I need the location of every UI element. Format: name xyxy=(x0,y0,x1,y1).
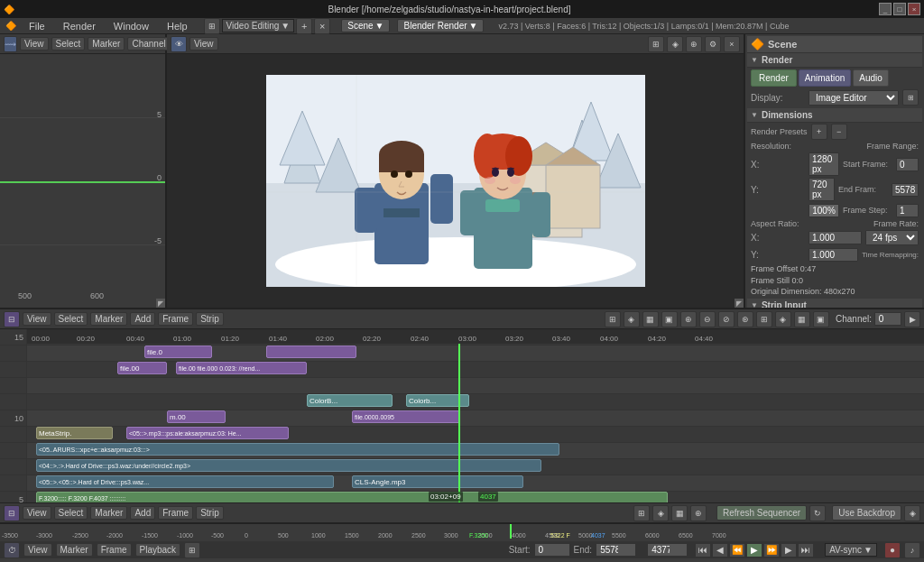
seq-icon6[interactable]: ⊖ xyxy=(699,311,716,327)
strip-colorb1[interactable]: ColorB... xyxy=(307,394,393,407)
sync-mode-selector[interactable]: AV-sync ▼ xyxy=(825,543,877,557)
workspace-add[interactable]: + xyxy=(296,18,312,34)
audio-icon[interactable]: ♪ xyxy=(904,542,920,558)
channel-input[interactable] xyxy=(874,312,901,326)
preview-corner-resize[interactable]: ◤ xyxy=(735,299,744,308)
menu-window[interactable]: Window xyxy=(108,19,154,33)
strip-meta[interactable]: MetaStrip. xyxy=(36,427,113,439)
seq-icon11[interactable]: ▦ xyxy=(794,311,810,327)
bt-icon4[interactable]: ⊕ xyxy=(690,505,707,521)
preview-view-menu[interactable]: View xyxy=(189,37,218,51)
seq-select-menu[interactable]: Select xyxy=(54,312,88,326)
display-icon[interactable]: ⊞ xyxy=(902,89,919,106)
seq-icon3[interactable]: ▦ xyxy=(642,311,659,327)
current-frame-field[interactable] xyxy=(647,543,688,557)
bt-marker[interactable]: Marker xyxy=(90,506,127,520)
res-x-value[interactable]: 1280 px xyxy=(808,152,839,176)
prev-frame-button[interactable]: ◀ xyxy=(712,543,728,557)
dimensions-header[interactable]: ▼ Dimensions xyxy=(747,108,922,123)
workspace-remove[interactable]: × xyxy=(314,18,330,34)
seq-view-menu[interactable]: View xyxy=(23,312,51,326)
strip-1[interactable]: file.0 xyxy=(144,345,212,358)
seq-icon10[interactable]: ◈ xyxy=(775,311,791,327)
res-pct-value[interactable]: 100% xyxy=(808,204,839,217)
next-frame-button[interactable]: ▶ xyxy=(781,543,797,557)
strip-input-header[interactable]: ▼ Strip Input xyxy=(747,299,922,308)
seq-strip-menu[interactable]: Strip xyxy=(196,312,224,326)
strip-audio3[interactable]: <05::>.<05::>.Hard of Drive:::ps3.waz... xyxy=(36,475,334,488)
seq-right-icon[interactable]: ▶ xyxy=(904,311,920,327)
seq-marker-menu[interactable]: Marker xyxy=(90,312,127,326)
aspect-y-value[interactable]: 1.000 xyxy=(808,248,858,262)
go-end-button[interactable]: ⏭ xyxy=(798,543,814,557)
go-start-button[interactable]: ⏮ xyxy=(695,543,711,557)
bt-icon3[interactable]: ▦ xyxy=(671,505,688,521)
close-button[interactable]: × xyxy=(908,3,920,15)
strip-long1[interactable]: <05::>.mp3:::ps:ale:aksarpmuz:03: He... xyxy=(126,427,289,439)
pb-marker-menu[interactable]: Marker xyxy=(56,543,93,557)
strip-2[interactable] xyxy=(266,345,356,358)
start-field[interactable] xyxy=(534,543,570,557)
fcurve-view-menu[interactable]: View xyxy=(20,37,49,51)
strip-4[interactable]: file.00 file.000 0.023: //rend... xyxy=(176,362,307,374)
maximize-button[interactable]: □ xyxy=(893,3,906,15)
workspace-selector[interactable]: Video Editing ▼ xyxy=(222,19,295,32)
pb-frame-menu[interactable]: Frame xyxy=(97,543,132,557)
play-button[interactable]: ▶ xyxy=(746,543,762,557)
fcurve-select-menu[interactable]: Select xyxy=(51,37,86,51)
render-section-header[interactable]: ▼ Render xyxy=(747,53,922,68)
frame-rate-select[interactable]: 24 fps xyxy=(865,230,919,245)
bt-frame[interactable]: Frame xyxy=(158,506,193,520)
refresh-icon[interactable]: ↻ xyxy=(809,505,826,521)
preview-zoom[interactable]: ⊕ xyxy=(686,36,702,52)
start-frame-value[interactable]: 0 xyxy=(896,158,919,171)
menu-file[interactable]: File xyxy=(23,19,51,33)
seq-icon2[interactable]: ◈ xyxy=(624,311,640,327)
seq-icon7[interactable]: ⊘ xyxy=(718,311,735,327)
res-y-value[interactable]: 720 px xyxy=(808,178,835,201)
strip-3[interactable]: file.00 xyxy=(117,362,167,374)
seq-icon8[interactable]: ⊛ xyxy=(737,311,753,327)
preview-close[interactable]: × xyxy=(724,36,740,52)
rp-add[interactable]: + xyxy=(811,124,827,140)
display-select[interactable]: Image Editor xyxy=(808,90,899,106)
bt-strip[interactable]: Strip xyxy=(196,506,224,520)
menu-render[interactable]: Render xyxy=(58,19,101,33)
fcurve-marker-menu[interactable]: Marker xyxy=(88,37,125,51)
timeline-ruler[interactable]: -3500 -3000 -2500 -2000 -1500 -1000 -500… xyxy=(0,524,924,541)
bt-select[interactable]: Select xyxy=(54,506,88,520)
prev-key-button[interactable]: ⏪ xyxy=(729,543,745,557)
strip-audio1[interactable]: <05..ARURS:::xpc+e::aksarpmuz:03:::> xyxy=(36,443,559,456)
strip-audio2[interactable]: <04::>.:>.Hard of Drive:::ps3.waz:/under… xyxy=(36,459,541,472)
pb-icon1[interactable]: ⊞ xyxy=(184,542,200,558)
record-button[interactable]: ● xyxy=(884,542,901,558)
corner-resize[interactable]: ◤ xyxy=(156,299,165,308)
next-key-button[interactable]: ⏩ xyxy=(763,543,780,557)
seq-icon9[interactable]: ⊞ xyxy=(756,311,772,327)
refresh-sequencer-button[interactable]: Refresh Sequencer xyxy=(716,505,807,521)
bt-view[interactable]: View xyxy=(23,506,51,520)
seq-tracks[interactable]: 00:00 00:20 00:40 01:00 01:20 01:40 02:0… xyxy=(27,329,924,502)
engine-selector[interactable]: Blender Render ▼ xyxy=(397,19,484,32)
seq-icon1[interactable]: ⊞ xyxy=(605,311,621,327)
render-button[interactable]: Render xyxy=(751,69,797,87)
menu-help[interactable]: Help xyxy=(162,19,193,33)
fcurve-channel-menu[interactable]: Channel xyxy=(127,37,170,51)
pb-view-menu[interactable]: View xyxy=(23,543,52,557)
end-frame-value[interactable]: 5578 xyxy=(892,183,919,197)
window-controls[interactable]: _ □ × xyxy=(879,3,920,15)
bt-icon1[interactable]: ⊞ xyxy=(633,505,650,521)
frame-step-value[interactable]: 1 xyxy=(896,204,919,217)
bt-icon2[interactable]: ◈ xyxy=(652,505,669,521)
animation-button[interactable]: Animation xyxy=(799,69,851,87)
backdrop-icon[interactable]: ◈ xyxy=(904,505,920,521)
rp-remove[interactable]: − xyxy=(831,124,847,140)
audio-button[interactable]: Audio xyxy=(853,69,889,87)
scene-selector[interactable]: Scene ▼ xyxy=(341,19,390,32)
strip-m00[interactable]: m.00 xyxy=(167,410,226,423)
seq-add-menu[interactable]: Add xyxy=(130,312,155,326)
strip-large1[interactable]: file.0000.0095 xyxy=(352,410,460,423)
strip-cls[interactable]: CLS-Angle.mp3 xyxy=(352,475,523,488)
seq-icon12[interactable]: ▣ xyxy=(813,311,829,327)
preview-prop2[interactable]: ◈ xyxy=(667,36,683,52)
